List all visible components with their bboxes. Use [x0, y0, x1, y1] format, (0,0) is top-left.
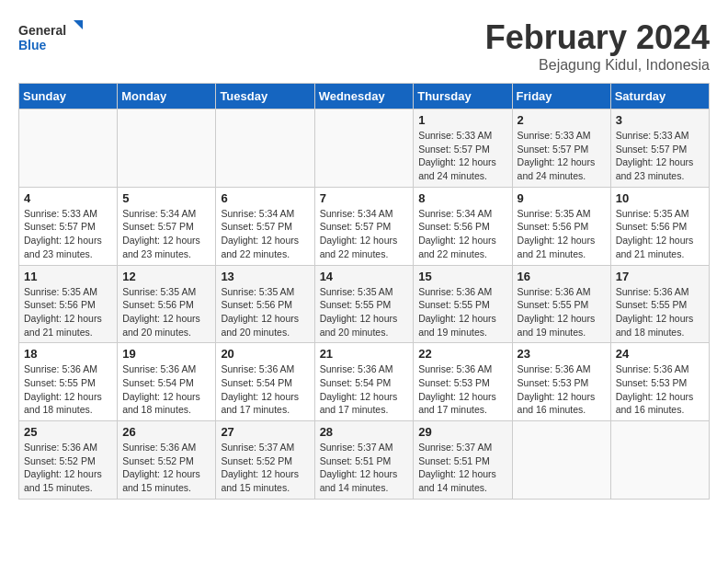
- week-row-5: 25Sunrise: 5:36 AMSunset: 5:52 PMDayligh…: [19, 421, 710, 500]
- day-info: Sunrise: 5:37 AMSunset: 5:51 PMDaylight:…: [320, 441, 409, 495]
- day-info: Sunrise: 5:33 AMSunset: 5:57 PMDaylight:…: [518, 129, 606, 183]
- calendar-cell: 1Sunrise: 5:33 AMSunset: 5:57 PMDaylight…: [414, 109, 512, 188]
- calendar-cell: 5Sunrise: 5:34 AMSunset: 5:57 PMDaylight…: [118, 187, 216, 265]
- calendar-cell: 25Sunrise: 5:36 AMSunset: 5:52 PMDayligh…: [19, 421, 118, 500]
- calendar-cell: 11Sunrise: 5:35 AMSunset: 5:56 PMDayligh…: [19, 265, 118, 343]
- calendar-cell: 3Sunrise: 5:33 AMSunset: 5:57 PMDaylight…: [610, 109, 709, 188]
- svg-marker-2: [74, 20, 83, 29]
- col-monday: Monday: [118, 84, 216, 109]
- week-row-2: 4Sunrise: 5:33 AMSunset: 5:57 PMDaylight…: [19, 187, 710, 265]
- day-number: 11: [24, 270, 112, 283]
- calendar-cell: [314, 109, 414, 188]
- col-saturday: Saturday: [610, 84, 709, 109]
- calendar-cell: 24Sunrise: 5:36 AMSunset: 5:53 PMDayligh…: [610, 343, 709, 421]
- calendar-cell: 14Sunrise: 5:35 AMSunset: 5:55 PMDayligh…: [314, 265, 414, 343]
- location: Bejagung Kidul, Indonesia: [485, 57, 710, 74]
- day-number: 4: [24, 191, 112, 205]
- day-info: Sunrise: 5:35 AMSunset: 5:56 PMDaylight:…: [518, 207, 606, 261]
- page-header: General Blue February 2024 Bejagung Kidu…: [18, 18, 710, 74]
- day-info: Sunrise: 5:36 AMSunset: 5:54 PMDaylight:…: [320, 362, 409, 417]
- day-number: 18: [24, 347, 112, 361]
- calendar-cell: 15Sunrise: 5:36 AMSunset: 5:55 PMDayligh…: [414, 265, 512, 343]
- day-info: Sunrise: 5:36 AMSunset: 5:52 PMDaylight:…: [122, 441, 210, 495]
- calendar-cell: 12Sunrise: 5:35 AMSunset: 5:56 PMDayligh…: [118, 265, 216, 343]
- calendar-cell: 23Sunrise: 5:36 AMSunset: 5:53 PMDayligh…: [512, 343, 610, 421]
- day-number: 17: [616, 270, 704, 283]
- day-info: Sunrise: 5:36 AMSunset: 5:53 PMDaylight:…: [518, 362, 606, 417]
- calendar-cell: 22Sunrise: 5:36 AMSunset: 5:53 PMDayligh…: [414, 343, 512, 421]
- calendar-cell: [216, 109, 314, 188]
- col-friday: Friday: [512, 84, 610, 109]
- month-title: February 2024: [485, 18, 710, 57]
- svg-text:General: General: [18, 23, 66, 38]
- day-info: Sunrise: 5:36 AMSunset: 5:53 PMDaylight:…: [418, 362, 506, 417]
- day-info: Sunrise: 5:33 AMSunset: 5:57 PMDaylight:…: [24, 207, 112, 261]
- day-number: 29: [418, 425, 506, 439]
- day-info: Sunrise: 5:36 AMSunset: 5:55 PMDaylight:…: [616, 285, 704, 339]
- day-number: 10: [616, 191, 704, 205]
- logo-svg: General Blue: [18, 18, 83, 55]
- day-info: Sunrise: 5:36 AMSunset: 5:53 PMDaylight:…: [616, 362, 704, 417]
- day-number: 22: [418, 347, 506, 361]
- day-number: 2: [518, 113, 606, 127]
- calendar-cell: 21Sunrise: 5:36 AMSunset: 5:54 PMDayligh…: [314, 343, 414, 421]
- col-wednesday: Wednesday: [314, 84, 414, 109]
- calendar-cell: 26Sunrise: 5:36 AMSunset: 5:52 PMDayligh…: [118, 421, 216, 500]
- calendar-cell: [19, 109, 118, 188]
- day-info: Sunrise: 5:33 AMSunset: 5:57 PMDaylight:…: [616, 129, 704, 183]
- day-info: Sunrise: 5:36 AMSunset: 5:55 PMDaylight:…: [24, 362, 112, 417]
- day-info: Sunrise: 5:36 AMSunset: 5:54 PMDaylight:…: [122, 362, 210, 417]
- day-info: Sunrise: 5:35 AMSunset: 5:56 PMDaylight:…: [221, 285, 309, 339]
- week-row-3: 11Sunrise: 5:35 AMSunset: 5:56 PMDayligh…: [19, 265, 710, 343]
- day-info: Sunrise: 5:35 AMSunset: 5:56 PMDaylight:…: [122, 285, 210, 339]
- calendar-cell: 7Sunrise: 5:34 AMSunset: 5:57 PMDaylight…: [314, 187, 414, 265]
- calendar-cell: [512, 421, 610, 500]
- svg-text:Blue: Blue: [18, 38, 47, 52]
- day-info: Sunrise: 5:36 AMSunset: 5:55 PMDaylight:…: [418, 285, 506, 339]
- calendar-cell: 18Sunrise: 5:36 AMSunset: 5:55 PMDayligh…: [19, 343, 118, 421]
- day-info: Sunrise: 5:36 AMSunset: 5:54 PMDaylight:…: [221, 362, 309, 417]
- day-number: 1: [418, 113, 506, 127]
- day-number: 16: [518, 270, 606, 283]
- day-number: 8: [418, 191, 506, 205]
- calendar-cell: 20Sunrise: 5:36 AMSunset: 5:54 PMDayligh…: [216, 343, 314, 421]
- col-sunday: Sunday: [19, 84, 118, 109]
- calendar-cell: 10Sunrise: 5:35 AMSunset: 5:56 PMDayligh…: [610, 187, 709, 265]
- day-info: Sunrise: 5:37 AMSunset: 5:51 PMDaylight:…: [418, 441, 506, 495]
- day-number: 19: [122, 347, 210, 361]
- col-thursday: Thursday: [414, 84, 512, 109]
- day-number: 9: [518, 191, 606, 205]
- calendar-cell: 27Sunrise: 5:37 AMSunset: 5:52 PMDayligh…: [216, 421, 314, 500]
- col-tuesday: Tuesday: [216, 84, 314, 109]
- calendar-cell: 19Sunrise: 5:36 AMSunset: 5:54 PMDayligh…: [118, 343, 216, 421]
- calendar-cell: 6Sunrise: 5:34 AMSunset: 5:57 PMDaylight…: [216, 187, 314, 265]
- day-info: Sunrise: 5:34 AMSunset: 5:57 PMDaylight:…: [221, 207, 309, 261]
- day-number: 23: [518, 347, 606, 361]
- calendar-cell: [118, 109, 216, 188]
- calendar-cell: 28Sunrise: 5:37 AMSunset: 5:51 PMDayligh…: [314, 421, 414, 500]
- day-number: 5: [122, 191, 210, 205]
- day-number: 6: [221, 191, 309, 205]
- calendar-cell: 16Sunrise: 5:36 AMSunset: 5:55 PMDayligh…: [512, 265, 610, 343]
- day-info: Sunrise: 5:36 AMSunset: 5:52 PMDaylight:…: [24, 441, 112, 495]
- day-number: 25: [24, 425, 112, 439]
- day-number: 24: [616, 347, 704, 361]
- day-number: 7: [320, 191, 409, 205]
- week-row-1: 1Sunrise: 5:33 AMSunset: 5:57 PMDaylight…: [19, 109, 710, 188]
- calendar-cell: [610, 421, 709, 500]
- week-row-4: 18Sunrise: 5:36 AMSunset: 5:55 PMDayligh…: [19, 343, 710, 421]
- day-number: 13: [221, 270, 309, 283]
- day-number: 20: [221, 347, 309, 361]
- day-number: 28: [320, 425, 409, 439]
- calendar-table: Sunday Monday Tuesday Wednesday Thursday…: [18, 83, 710, 500]
- day-info: Sunrise: 5:35 AMSunset: 5:56 PMDaylight:…: [24, 285, 112, 339]
- day-info: Sunrise: 5:35 AMSunset: 5:55 PMDaylight:…: [320, 285, 409, 339]
- day-info: Sunrise: 5:36 AMSunset: 5:55 PMDaylight:…: [518, 285, 606, 339]
- calendar-cell: 29Sunrise: 5:37 AMSunset: 5:51 PMDayligh…: [414, 421, 512, 500]
- calendar-cell: 9Sunrise: 5:35 AMSunset: 5:56 PMDaylight…: [512, 187, 610, 265]
- day-info: Sunrise: 5:34 AMSunset: 5:56 PMDaylight:…: [418, 207, 506, 261]
- day-number: 14: [320, 270, 409, 283]
- day-number: 3: [616, 113, 704, 127]
- day-number: 21: [320, 347, 409, 361]
- day-number: 26: [122, 425, 210, 439]
